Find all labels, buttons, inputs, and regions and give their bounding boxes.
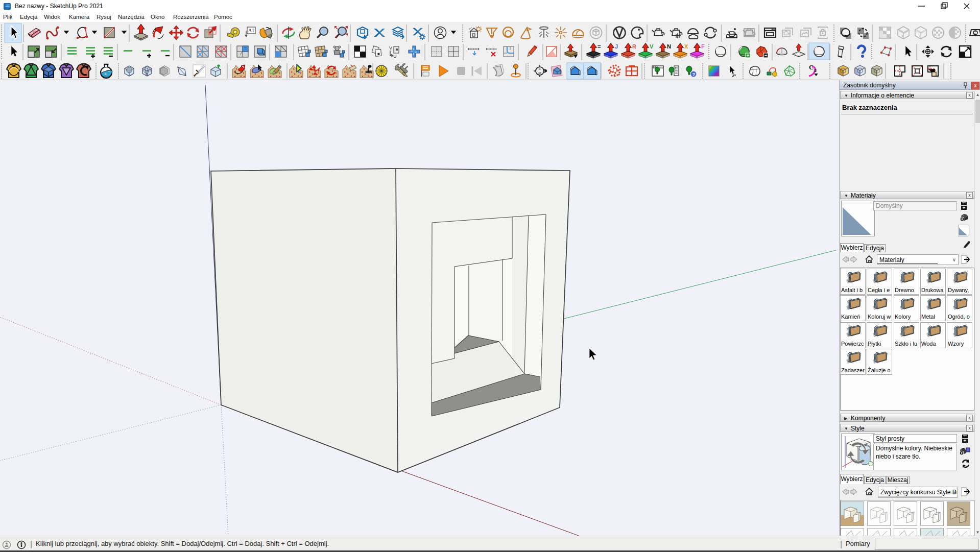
- svg-text:J: J: [615, 43, 618, 50]
- svg-text:A1: A1: [248, 28, 254, 33]
- svg-text:X: X: [684, 43, 688, 50]
- svg-text:U: U: [393, 54, 397, 59]
- svg-text:C: C: [809, 63, 814, 71]
- svg-text:=: =: [597, 43, 601, 50]
- svg-text:V: V: [389, 45, 392, 51]
- svg-text:48: 48: [538, 71, 541, 75]
- svg-text:V: V: [650, 43, 654, 50]
- svg-text:3: 3: [814, 68, 817, 73]
- svg-text:R: R: [632, 43, 636, 50]
- svg-text:C: C: [539, 67, 541, 70]
- svg-text:N: N: [667, 43, 671, 50]
- svg-text:?: ?: [692, 72, 696, 77]
- svg-text:F: F: [701, 43, 705, 50]
